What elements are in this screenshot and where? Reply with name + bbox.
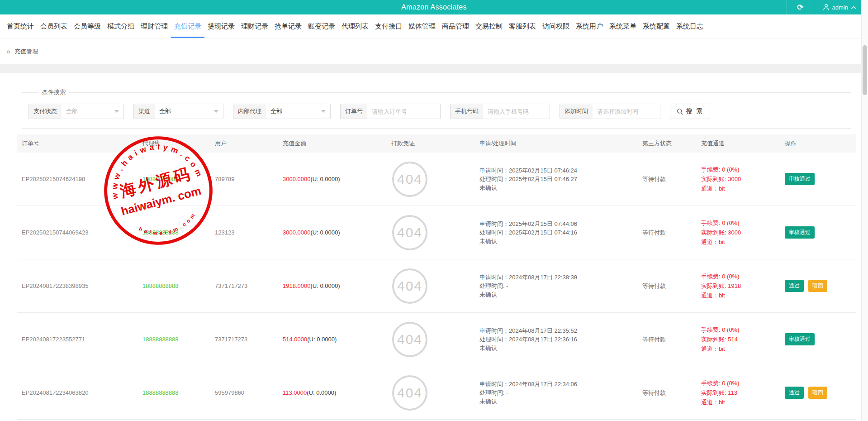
order-no-cell: EP20240817223552771 [17, 336, 138, 343]
channel-line-0: 手续费: 0 (0%) [701, 325, 780, 335]
nav-tab-8[interactable]: 抢单记录 [271, 16, 305, 38]
column-header-8: 操作 [780, 139, 856, 148]
user-cell: 7371717273 [210, 282, 278, 289]
vertical-scrollbar[interactable] [861, 0, 868, 421]
time-cell: 申请时间：2024年08月17日 22:34:06处理时间: -未确认 [475, 380, 638, 406]
channel-cell: 手续费: 0 (0%)实际到账: 514通道：bit [697, 325, 780, 354]
status-cell: 等待付款 [638, 228, 697, 237]
amount-cell: 3000.0000(U: 0.0000) [278, 176, 387, 182]
pass-button[interactable]: 通过 [785, 387, 804, 399]
nav-tab-10[interactable]: 代理列表 [338, 16, 372, 38]
amount-cell: 3000.0000(U: 0.0000) [278, 229, 387, 236]
recharge-table: 订单号代理线用户充值金额打款凭证申请/处理时间第三方状态充值通道操作 EP202… [17, 134, 856, 420]
channel-line-0: 手续费: 0 (0%) [701, 218, 780, 228]
nav-tab-2[interactable]: 会员等级 [71, 16, 104, 38]
third-party-status: 等待付款 [642, 229, 666, 236]
order-no-field: 订单号 [340, 104, 441, 119]
nav-tab-0[interactable]: 首页统计 [4, 16, 37, 38]
agent-cell: 18888888888 [138, 282, 210, 289]
nav-tab-3[interactable]: 模式分组 [104, 16, 138, 38]
amount-usdt: (U: 0.0000) [310, 229, 340, 236]
pay-status-select[interactable]: 支付状态 全部 [28, 104, 124, 119]
nav-tab-4[interactable]: 理财管理 [138, 16, 171, 38]
status-cell: 等待付款 [638, 335, 697, 344]
time-line-0: 申请时间：2025年02月15日 07:46:24 [479, 166, 638, 175]
order-no-input[interactable] [367, 104, 440, 119]
channel-line-1: 实际到账: 3000 [701, 174, 780, 184]
phone-label: 手机号码 [451, 104, 483, 119]
breadcrumb: » 充值管理 [0, 38, 868, 64]
nav-tab-1[interactable]: 会员列表 [37, 16, 71, 38]
channel-cell: 手续费: 0 (0%)实际到账: 113通道：bit [697, 378, 780, 407]
nav-tab-16[interactable]: 访问权限 [539, 16, 573, 38]
channel-line-0: 手续费: 0 (0%) [701, 165, 780, 174]
table-row: EP20250215074624198188888888887897893000… [17, 153, 856, 206]
amount-cell: 1918.0000(U: 0.0000) [278, 282, 387, 289]
channel-line-2: 通道：bit [701, 237, 780, 247]
time-cell: 申请时间：2025年02月15日 07:46:24处理时间：2025年02月15… [475, 166, 638, 192]
channel-line-1: 实际到账: 514 [701, 335, 780, 344]
approve-button[interactable]: 审核通过 [785, 173, 815, 185]
user-cell: 7371717273 [210, 336, 278, 343]
status-cell: 等待付款 [638, 282, 697, 290]
channel-line-1: 实际到账: 3000 [701, 228, 780, 237]
time-cell: 申请时间：2025年02月15日 07:44:06处理时间：2025年02月15… [475, 220, 638, 245]
time-line-0: 申请时间：2024年08月17日 22:38:39 [479, 273, 638, 282]
approve-button[interactable]: 审核通过 [785, 226, 815, 239]
search-button[interactable]: 搜 索 [670, 104, 710, 119]
refresh-icon: ⟳ [797, 4, 803, 11]
amount-value: 3000.0000 [283, 229, 310, 236]
search-row: 支付状态 全部 渠道 全部 内部代理 全部 订单号 手机号码 [28, 104, 844, 119]
nav-tab-5[interactable]: 充值记录 [171, 16, 204, 38]
phone-input[interactable] [483, 104, 550, 119]
amount-value: 3000.0000 [283, 176, 310, 182]
nav-tab-9[interactable]: 账变记录 [305, 16, 338, 38]
order-no-label: 订单号 [341, 104, 367, 119]
nav-tab-20[interactable]: 系统日志 [673, 16, 707, 38]
top-header: Amazon Associates ⟳ admin [0, 0, 868, 14]
amount-usdt: (U: 0.0000) [310, 176, 340, 182]
channel-value[interactable]: 全部 [155, 104, 214, 119]
nav-tab-19[interactable]: 系统配置 [640, 16, 673, 38]
channel-line-2: 通道：bit [701, 397, 780, 407]
scrollbar-thumb[interactable] [863, 45, 867, 95]
user-cell: 789789 [210, 176, 278, 182]
refresh-button[interactable]: ⟳ [787, 0, 813, 14]
proof-404-image[interactable]: 404 [392, 268, 427, 304]
approve-button[interactable]: 审核通过 [785, 333, 815, 345]
pay-status-value[interactable]: 全部 [62, 104, 114, 119]
nav-tab-14[interactable]: 交易控制 [472, 16, 506, 38]
nav-tab-12[interactable]: 媒体管理 [405, 16, 439, 38]
pass-button[interactable]: 通过 [785, 280, 804, 292]
amount-value: 113.0000 [283, 389, 307, 396]
nav-tab-15[interactable]: 客服列表 [506, 16, 539, 38]
add-time-input[interactable] [593, 104, 660, 119]
proof-404-image[interactable]: 404 [392, 322, 427, 357]
proof-404-image[interactable]: 404 [392, 375, 427, 411]
proof-404-image[interactable]: 404 [392, 162, 427, 197]
time-line-1: 处理时间：2025年02月15日 07:46:27 [479, 175, 638, 183]
caret-down-icon [114, 110, 119, 113]
column-header-2: 用户 [210, 139, 278, 148]
time-line-1: 处理时间：2024年08月17日 22:36:16 [479, 335, 638, 344]
proof-404-image[interactable]: 404 [392, 215, 427, 250]
third-party-status: 等待付款 [642, 336, 666, 343]
proof-cell: 404 [387, 375, 475, 411]
time-line-0: 申请时间：2024年08月17日 22:35:52 [479, 326, 638, 335]
channel-cell: 手续费: 0 (0%)实际到账: 3000通道：bit [697, 165, 780, 193]
search-fieldset: 条件搜索 支付状态 全部 渠道 全部 内部代理 全部 订单号 [22, 88, 851, 129]
reject-button[interactable]: 驳回 [808, 280, 827, 292]
user-menu[interactable]: admin [814, 0, 868, 14]
amount-usdt: (U: 0.0000) [307, 389, 336, 396]
channel-select[interactable]: 渠道 全部 [133, 104, 223, 119]
nav-tab-17[interactable]: 系统用户 [573, 16, 606, 38]
internal-agent-select[interactable]: 内部代理 全部 [233, 104, 331, 119]
nav-tab-6[interactable]: 提现记录 [204, 16, 238, 38]
nav-tab-7[interactable]: 理财记录 [238, 16, 271, 38]
reject-button[interactable]: 驳回 [808, 387, 827, 399]
nav-tab-18[interactable]: 系统菜单 [606, 16, 640, 38]
nav-tab-13[interactable]: 商品管理 [439, 16, 472, 38]
internal-agent-value[interactable]: 全部 [266, 104, 321, 119]
nav-tab-11[interactable]: 支付接口 [372, 16, 405, 38]
channel-line-2: 通道：bit [701, 344, 780, 354]
